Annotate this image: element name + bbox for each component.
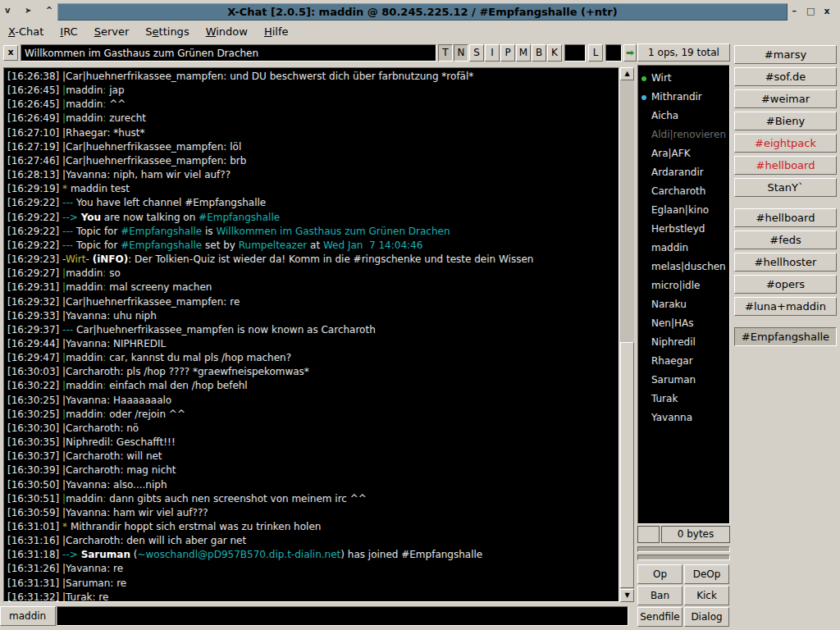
chat-line: [16:30:25] |Yavanna: Haaaaaaalo <box>7 394 619 408</box>
user-nick: Ardarandir <box>651 167 704 178</box>
chat-line: [16:30:59] |Yavanna: ham wir viel auf??? <box>7 506 619 520</box>
chat-line: [16:30:35] |Niphredil: Geschafft!!! <box>7 436 619 450</box>
user-nick: Naraku <box>651 299 687 310</box>
channel-tab--eightpack[interactable]: #eightpack <box>734 134 837 153</box>
chat-line: [16:29:23] -Wirt- (iNFO): Der Tolkien-Qu… <box>7 253 619 267</box>
menu-hilfe[interactable]: Hilfe <box>256 23 297 43</box>
channel-tab--weimar[interactable]: #weimar <box>734 89 837 108</box>
user-nick: Aldi|renovieren <box>651 129 726 140</box>
limit-button[interactable]: L <box>588 44 603 62</box>
channel-tab--feds[interactable]: #feds <box>734 231 837 249</box>
scrollbar-thumb[interactable] <box>620 342 634 588</box>
channel-tab--luna-maddin[interactable]: #luna+maddin <box>734 297 837 316</box>
window-menu-icons[interactable]: v ➤ ^ <box>5 6 58 15</box>
deop-button[interactable]: DeOp <box>684 564 729 584</box>
user-list-item[interactable]: Ardarandir <box>638 163 729 182</box>
message-input[interactable] <box>57 606 628 626</box>
chat-line: [16:29:22] --- Topic for #Empfangshalle … <box>7 239 619 253</box>
user-list-item[interactable]: Aldi|renovieren <box>638 126 729 144</box>
user-list: WirtMithrandirAichaAldi|renovierenAra|AF… <box>637 65 730 524</box>
close-icon[interactable]: x <box>820 6 833 16</box>
menu-server[interactable]: Server <box>86 23 138 43</box>
chat-line: [16:28:13] |Yavanna: niph, ham wir viel … <box>7 168 619 182</box>
menu-irc[interactable]: IRC <box>52 23 85 43</box>
channel-mode-toggles: TNSIPMBK <box>438 44 563 62</box>
mode-toggle-t[interactable]: T <box>438 44 453 62</box>
user-list-item[interactable]: Rhaegar <box>638 352 729 371</box>
key-input[interactable] <box>605 44 622 62</box>
chat-line: [16:29:32] |Car|huehnerfrikassee_mampfen… <box>7 295 619 309</box>
mode-toggle-i[interactable]: I <box>485 44 500 62</box>
channel-tab--hellboard[interactable]: #hellboard <box>734 208 837 227</box>
user-list-item[interactable]: Eglaan|kino <box>638 201 729 220</box>
close-tab-button[interactable]: x <box>3 45 18 61</box>
user-list-item[interactable]: micro|idle <box>638 276 729 295</box>
user-nick: Aicha <box>651 110 678 121</box>
user-list-item[interactable]: Niphredil <box>638 333 729 352</box>
channel-tab--hellboard[interactable]: #hellboard <box>734 156 837 175</box>
user-list-item[interactable]: Saruman <box>638 371 729 390</box>
user-nick: Herbstleyd <box>651 223 705 235</box>
channel-tab--hellhoster[interactable]: #hellhoster <box>734 253 837 272</box>
user-list-item[interactable]: Herbstleyd <box>638 220 729 239</box>
channel-group-gap <box>734 319 837 327</box>
chat-line: [16:29:44] |Yavanna: NIPHREDIL <box>7 337 619 351</box>
kick-button[interactable]: Kick <box>684 586 729 605</box>
chat-line: [16:31:01] * Mithrandir hoppt sich erstm… <box>7 520 619 534</box>
menu-window[interactable]: Window <box>198 23 256 43</box>
mode-toggle-b[interactable]: B <box>532 44 546 62</box>
mode-toggle-n[interactable]: N <box>454 44 468 62</box>
user-list-item[interactable]: maddin <box>638 239 729 258</box>
topic-input[interactable] <box>21 44 436 62</box>
channel-tab--empfangshalle[interactable]: #Empfangshalle <box>734 327 837 346</box>
limit-input[interactable] <box>564 44 586 62</box>
voice-status-icon <box>641 95 646 100</box>
mode-toggle-k[interactable]: K <box>547 44 562 62</box>
dialog-button[interactable]: Dialog <box>684 607 729 627</box>
user-list-item[interactable]: Turak <box>638 390 729 409</box>
user-list-item[interactable]: melas|duschen <box>638 258 729 276</box>
chat-line: [16:26:45] |maddin: ^^ <box>7 98 619 112</box>
mode-toggle-s[interactable]: S <box>469 44 484 62</box>
chat-line: [16:26:45] |maddin: jap <box>7 84 619 98</box>
chat-line: [16:29:27] |maddin: so <box>7 267 619 281</box>
chat-line: [16:27:10] |Rhaegar: *hust* <box>7 126 619 140</box>
channel-button-column: #marsy#sof.de#weimar#Bieny#eightpack#hel… <box>734 45 837 349</box>
user-nick: Carcharoth <box>651 185 705 197</box>
channel-tab-stany-[interactable]: StanY` <box>734 178 837 197</box>
menu-x-chat[interactable]: X-Chat <box>0 23 52 43</box>
chat-line: [16:30:03] |Carcharoth: pls /hop ???? *g… <box>7 365 619 379</box>
menu-settings[interactable]: Settings <box>137 23 197 43</box>
user-list-item[interactable]: Naraku <box>638 295 729 314</box>
mode-toggle-m[interactable]: M <box>516 44 531 62</box>
op-button[interactable]: Op <box>637 564 682 584</box>
user-list-item[interactable]: Carcharoth <box>638 182 729 201</box>
chat-line: [16:30:25] |maddin: oder /rejoin ^^ <box>7 408 619 422</box>
channel-tab--sof-de[interactable]: #sof.de <box>734 67 837 86</box>
user-action-buttons: OpDeOpBanKickSendfileDialog <box>637 564 730 627</box>
sendfile-button[interactable]: Sendfile <box>637 607 682 627</box>
channel-tab--bieny[interactable]: #Bieny <box>734 112 837 130</box>
chat-line: [16:29:22] --- Topic for #Empfangshalle … <box>7 225 619 239</box>
lag-indicator <box>637 526 660 543</box>
minimize-icon[interactable]: – <box>788 6 801 16</box>
nick-label: maddin <box>0 606 56 626</box>
user-list-item[interactable]: Nen|HAs <box>638 314 729 333</box>
user-list-item[interactable]: Yavanna <box>638 409 729 427</box>
user-list-item[interactable]: Wirt <box>638 69 729 88</box>
mode-toggle-p[interactable]: P <box>500 44 515 62</box>
user-list-item[interactable]: Ara|AFK <box>638 144 729 163</box>
scroll-down-icon[interactable]: ▼ <box>620 589 634 602</box>
user-list-item[interactable]: Aicha <box>638 107 729 126</box>
chat-line: [16:29:37] --- Car|huehnerfrikassee_mamp… <box>7 323 619 337</box>
green-right-arrow-icon[interactable]: ➡ <box>623 44 637 62</box>
channel-tab--marsy[interactable]: #marsy <box>734 45 837 64</box>
ban-button[interactable]: Ban <box>637 586 682 605</box>
user-list-item[interactable]: Mithrandir <box>638 88 729 107</box>
scroll-up-icon[interactable]: ▲ <box>620 67 634 80</box>
maximize-icon[interactable]: □ <box>804 6 817 16</box>
channel-tab--opers[interactable]: #opers <box>734 275 837 294</box>
op-status-icon <box>641 76 646 81</box>
chat-scrollbar[interactable]: ▲ ▼ <box>620 67 634 602</box>
window-title: X-Chat [2.0.5]: maddin @ 80.245.225.12 /… <box>57 3 788 21</box>
